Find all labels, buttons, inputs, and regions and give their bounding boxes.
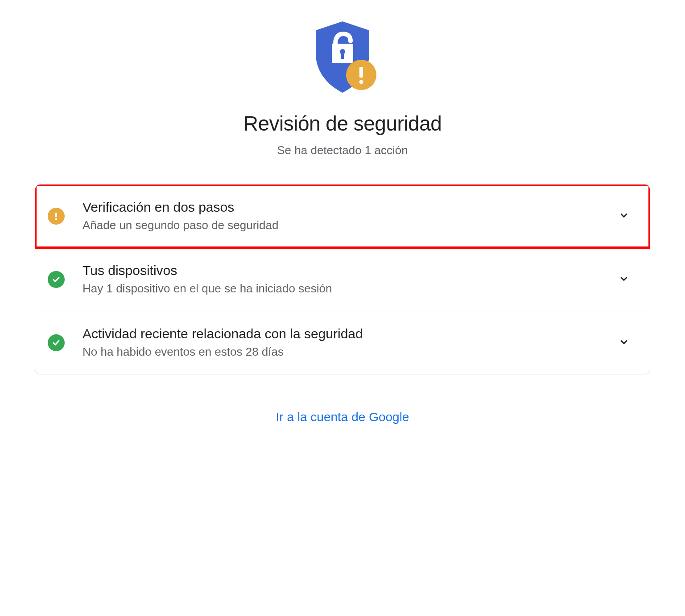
item-subtitle: Hay 1 dispositivo en el que se ha inicia…	[83, 282, 609, 296]
chevron-down-icon	[618, 272, 630, 287]
security-checkup-container: Revisión de seguridad Se ha detectado 1 …	[30, 18, 655, 616]
page-title: Revisión de seguridad	[243, 111, 442, 136]
item-recent-security-activity[interactable]: Actividad reciente relacionada con la se…	[35, 311, 650, 374]
item-subtitle: No ha habido eventos en estos 28 días	[83, 345, 609, 359]
item-subtitle: Añade un segundo paso de seguridad	[83, 218, 609, 232]
shield-lock-warning-icon	[302, 18, 383, 98]
item-text: Tus dispositivos Hay 1 dispositivo en el…	[83, 263, 609, 296]
page-subtitle: Se ha detectado 1 acción	[277, 144, 408, 157]
security-items-card: Verificación en dos pasos Añade un segun…	[35, 184, 650, 374]
svg-rect-6	[55, 213, 57, 217]
go-to-google-account-link[interactable]: Ir a la cuenta de Google	[276, 410, 409, 424]
check-status-icon	[48, 334, 65, 351]
check-status-icon	[48, 271, 65, 288]
svg-rect-2	[341, 53, 344, 59]
svg-point-5	[359, 80, 363, 84]
warning-status-icon	[48, 208, 65, 225]
svg-rect-4	[359, 67, 363, 78]
item-two-step-verification[interactable]: Verificación en dos pasos Añade un segun…	[35, 185, 650, 248]
item-text: Actividad reciente relacionada con la se…	[83, 326, 609, 359]
item-title: Verificación en dos pasos	[83, 200, 609, 215]
chevron-down-icon	[618, 336, 630, 350]
chevron-down-icon	[618, 209, 630, 223]
item-your-devices[interactable]: Tus dispositivos Hay 1 dispositivo en el…	[35, 248, 650, 311]
svg-point-7	[55, 218, 57, 220]
item-text: Verificación en dos pasos Añade un segun…	[83, 200, 609, 232]
item-title: Actividad reciente relacionada con la se…	[83, 326, 609, 341]
item-title: Tus dispositivos	[83, 263, 609, 278]
